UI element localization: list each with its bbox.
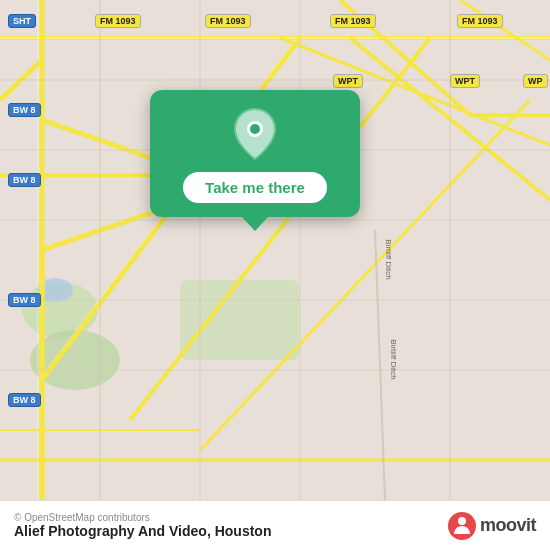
road-badge-bw8-2: BW 8 xyxy=(8,173,41,187)
road-badge-bw8-1: BW 8 xyxy=(8,103,41,117)
moovit-text: moovit xyxy=(480,515,536,536)
road-badge-fm1093-4: FM 1093 xyxy=(457,14,503,28)
road-badge-wpt-2: WPT xyxy=(450,74,480,88)
road-badge-bw8-4: BW 8 xyxy=(8,393,41,407)
business-name-text: Alief Photography And Video, Houston xyxy=(14,523,271,539)
svg-point-39 xyxy=(458,517,466,525)
road-badge-wp: WP xyxy=(523,74,548,88)
road-badge-fm1093-2: FM 1093 xyxy=(205,14,251,28)
road-badge-wpt-1: WPT xyxy=(333,74,363,88)
bottom-left-info: © OpenStreetMap contributors Alief Photo… xyxy=(14,512,271,539)
attribution-text: © OpenStreetMap contributors xyxy=(14,512,271,523)
road-badge-fm1093-1: FM 1093 xyxy=(95,14,141,28)
moovit-logo: moovit xyxy=(448,512,536,540)
svg-rect-3 xyxy=(180,280,300,360)
location-pin-icon xyxy=(229,108,281,160)
road-badge-bw8-3: BW 8 xyxy=(8,293,41,307)
bottom-bar: © OpenStreetMap contributors Alief Photo… xyxy=(0,500,550,550)
road-badge-fm1093-3: FM 1093 xyxy=(330,14,376,28)
moovit-brand-icon xyxy=(448,512,476,540)
birtliff-ditch-label-2: Birtliff Ditch xyxy=(389,339,398,379)
road-badge-sht: SHT xyxy=(8,14,36,28)
popup-card: Take me there xyxy=(150,90,360,217)
take-me-there-button[interactable]: Take me there xyxy=(183,172,327,203)
svg-point-37 xyxy=(250,124,260,134)
map-container: SHT FM 1093 FM 1093 FM 1093 FM 1093 BW 8… xyxy=(0,0,550,500)
birtliff-ditch-label-1: Birtliff Ditch xyxy=(384,239,393,279)
